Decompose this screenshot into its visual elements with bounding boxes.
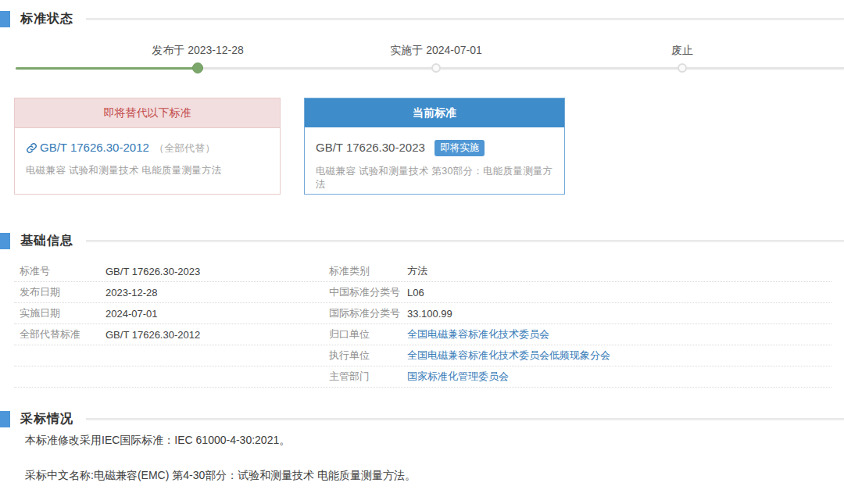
replaced-standard-code[interactable]: GB/T 17626.30-2012 xyxy=(40,141,149,154)
section-divider xyxy=(86,18,844,20)
timeline-progress xyxy=(16,67,198,70)
row-value: 方法 xyxy=(402,264,831,278)
section-header-basic-info: 基础信息 xyxy=(0,232,844,249)
row-label: 国际标准分类号 xyxy=(324,306,402,320)
table-row: 发布日期 2023-12-28 中国标准分类号 L06 xyxy=(14,282,831,303)
section-divider xyxy=(86,240,844,241)
row-label: 标准类别 xyxy=(324,264,402,278)
link-icon xyxy=(26,142,38,154)
status-timeline: 发布于 2023-12-28 实施于 2024-07-01 废止 xyxy=(0,39,844,82)
row-label: 执行单位 xyxy=(324,349,402,363)
section-header-status: 标准状态 xyxy=(0,10,844,27)
current-card-header: 当前标准 xyxy=(305,98,564,127)
row-label: 中国标准分类号 xyxy=(324,285,402,299)
section-title-adoption: 采标情况 xyxy=(20,411,73,427)
current-standard-description: 电磁兼容 试验和测量技术 第30部分：电能质量测量方法 xyxy=(316,165,553,191)
standard-cards: 即将替代以下标准 GB/T 17626.30-2012 （全部代替） 电磁兼容 … xyxy=(14,98,565,195)
row-value: GB/T 17626.30-2023 xyxy=(100,266,324,277)
table-row: 全部代替标准 GB/T 17626.30-2012 归口单位 全国电磁兼容标准化… xyxy=(14,324,831,345)
row-label: 主管部门 xyxy=(324,370,402,384)
table-row: 标准号 GB/T 17626.30-2023 标准类别 方法 xyxy=(14,261,831,282)
row-label: 全部代替标准 xyxy=(14,327,100,341)
competent-department-link[interactable]: 国家标准化管理委员会 xyxy=(402,370,831,384)
timeline-step-abolished-label: 废止 xyxy=(671,44,693,58)
replaced-standard-link[interactable]: GB/T 17626.30-2012 xyxy=(26,141,149,154)
row-label: 发布日期 xyxy=(14,285,100,299)
section-header-adoption: 采标情况 xyxy=(0,410,844,427)
timeline-step-implemented-label: 实施于 2024-07-01 xyxy=(390,44,482,58)
timeline-step-published-label: 发布于 2023-12-28 xyxy=(152,44,244,58)
current-standard-row: GB/T 17626.30-2023 即将实施 xyxy=(316,140,553,156)
replaced-standard-card: 即将替代以下标准 GB/T 17626.30-2012 （全部代替） 电磁兼容 … xyxy=(14,98,281,195)
standard-detail-page: 标准状态 发布于 2023-12-28 实施于 2024-07-01 废止 即将… xyxy=(0,0,844,504)
table-row: 主管部门 国家标准化管理委员会 xyxy=(14,366,831,388)
table-row: 执行单位 全国电磁兼容标准化技术委员会低频现象分会 xyxy=(14,345,831,366)
section-marker xyxy=(0,11,10,27)
row-label: 标准号 xyxy=(14,264,100,278)
section-title-basic-info: 基础信息 xyxy=(20,233,73,249)
section-marker xyxy=(0,411,10,427)
section-title-status: 标准状态 xyxy=(20,11,73,27)
table-row: 实施日期 2024-07-01 国际标准分类号 33.100.99 xyxy=(14,303,831,324)
row-label: 归口单位 xyxy=(324,327,402,341)
row-label: 实施日期 xyxy=(14,306,100,320)
replaced-standard-description: 电磁兼容 试验和测量技术 电能质量测量方法 xyxy=(26,164,269,177)
adoption-line-1: 本标准修改采用IEC国际标准：IEC 61000-4-30:2021。 xyxy=(25,434,290,448)
replaced-card-header: 即将替代以下标准 xyxy=(15,98,280,128)
row-value: 33.100.99 xyxy=(402,308,831,320)
replace-note: （全部代替） xyxy=(154,142,215,154)
current-standard-code: GB/T 17626.30-2023 xyxy=(316,141,425,154)
replaced-standard-row: GB/T 17626.30-2012 （全部代替） xyxy=(26,141,269,155)
row-value: 2024-07-01 xyxy=(100,308,324,320)
row-value: 2023-12-28 xyxy=(100,287,324,298)
basic-info-table: 标准号 GB/T 17626.30-2023 标准类别 方法 发布日期 2023… xyxy=(14,261,831,388)
centralized-unit-link[interactable]: 全国电磁兼容标准化技术委员会 xyxy=(402,327,831,341)
timeline-dot-published xyxy=(192,63,203,73)
current-standard-card: 当前标准 GB/T 17626.30-2023 即将实施 电磁兼容 试验和测量技… xyxy=(304,98,565,195)
row-value: GB/T 17626.30-2012 xyxy=(100,329,324,341)
status-badge: 即将实施 xyxy=(435,140,485,156)
section-divider xyxy=(86,418,844,420)
timeline-dot-implemented xyxy=(431,63,441,73)
executing-unit-link[interactable]: 全国电磁兼容标准化技术委员会低频现象分会 xyxy=(402,349,831,363)
section-marker xyxy=(0,233,10,249)
timeline-dot-abolished xyxy=(678,63,687,73)
row-value: L06 xyxy=(402,287,831,298)
adoption-line-2: 采标中文名称:电磁兼容(EMC) 第4-30部分：试验和测量技术 电能质量测量方… xyxy=(25,469,416,483)
